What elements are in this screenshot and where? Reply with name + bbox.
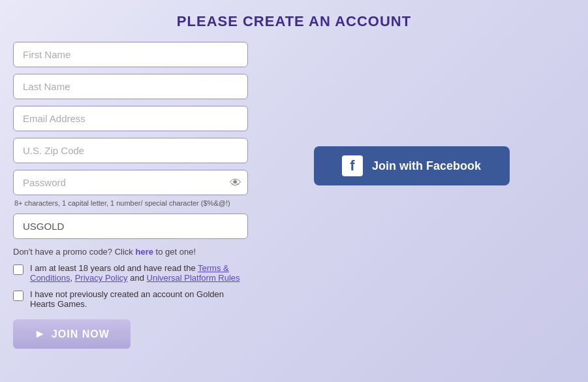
registration-form: 👁 8+ characters, 1 capital letter, 1 num… (13, 42, 248, 349)
join-now-label: JOIN NOW (52, 328, 110, 340)
password-input[interactable] (13, 170, 248, 195)
play-icon: ► (34, 327, 46, 341)
privacy-policy-link[interactable]: Privacy Policy (75, 273, 128, 283)
password-hint: 8+ characters, 1 capital letter, 1 numbe… (13, 199, 248, 207)
new-account-checkbox-row: I have not previously created an account… (13, 289, 248, 309)
zip-code-input[interactable] (13, 138, 248, 163)
promo-code-row: Don't have a promo code? Click here to g… (13, 247, 248, 257)
new-account-checkbox[interactable] (13, 291, 23, 301)
password-wrapper: 👁 (13, 170, 248, 195)
last-name-input[interactable] (13, 74, 248, 99)
promo-text-after: to get one! (153, 247, 196, 257)
new-account-label: I have not previously created an account… (30, 289, 248, 309)
page-title: PLEASE CREATE AN ACCOUNT (13, 13, 575, 30)
email-input[interactable] (13, 106, 248, 131)
join-now-button[interactable]: ► JOIN NOW (13, 319, 131, 349)
show-password-icon[interactable]: 👁 (230, 176, 241, 189)
facebook-join-button[interactable]: f Join with Facebook (314, 146, 510, 185)
facebook-join-label: Join with Facebook (372, 159, 481, 173)
age-terms-checkbox[interactable] (13, 264, 23, 275)
age-terms-label: I am at least 18 years old and have read… (30, 263, 248, 283)
first-name-input[interactable] (13, 42, 248, 67)
facebook-icon: f (342, 155, 363, 176)
universal-platform-rules-link[interactable]: Universal Platform Rules (147, 273, 240, 283)
promo-link[interactable]: here (135, 247, 153, 257)
promo-text-before: Don't have a promo code? Click (13, 247, 135, 257)
age-terms-checkbox-row: I am at least 18 years old and have read… (13, 263, 248, 283)
promo-code-input[interactable] (13, 214, 248, 239)
right-section: f Join with Facebook (248, 42, 575, 185)
